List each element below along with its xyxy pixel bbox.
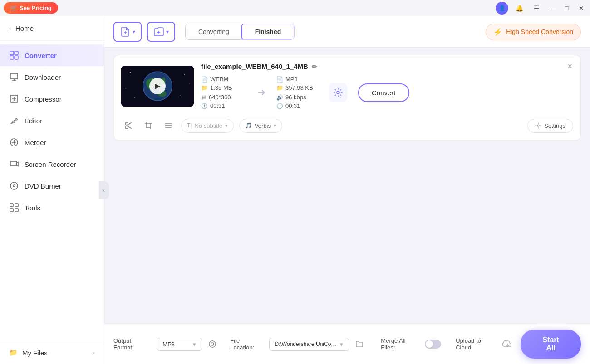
file-icon: 📄 [201,76,208,83]
target-meta-group: 📄 MP3 📁 357.93 KB 🔊 96 kbps [276,76,322,109]
sidebar-item-label: Converter [25,52,57,59]
lightning-icon: ⚡ [493,28,502,36]
titlebar: 🛒 See Pricing 👤 🔔 ☰ — □ ✕ [0,0,590,16]
minimize-button[interactable]: — [547,3,557,13]
sidebar-item-dvd-burner[interactable]: DVD Burner [0,175,104,197]
target-folder-icon: 📁 [276,85,283,91]
sidebar-item-label: Tools [25,204,40,212]
toolbar: ▾ ▾ Converting Finished ⚡ High Speed Con… [104,16,590,48]
trim-button[interactable] [121,118,136,133]
source-format-value: WEBM [210,76,228,83]
file-info: file_example_WEBM_640_1_4MB ✏ 📄 WEBM [201,63,573,109]
svg-rect-13 [10,161,17,166]
svg-point-48 [209,341,216,347]
close-button[interactable]: ✕ [576,3,586,13]
svg-point-36 [125,126,128,129]
settings-button[interactable]: Settings [527,119,573,133]
sidebar: ‹ Home Converter [0,16,104,364]
sidebar-item-label: Editor [25,117,42,125]
close-card-button[interactable]: ✕ [564,61,575,72]
sidebar-item-converter[interactable]: Converter [0,44,104,66]
audio-track-dropdown[interactable]: 🎵 Vorbis ▾ [239,119,282,133]
sidebar-item-compressor[interactable]: Compressor [0,88,104,110]
user-avatar[interactable]: 👤 [496,2,508,15]
settings-label: Settings [544,122,565,129]
edit-icon[interactable]: ✏ [312,63,317,70]
app-layout: ‹ Home Converter [0,16,590,364]
sidebar-item-editor[interactable]: Editor [0,110,104,131]
display-icon: 🖥 [201,94,206,101]
format-settings-button[interactable] [329,83,347,102]
file-name: file_example_WEBM_640_1_4MB ✏ [201,63,573,70]
svg-rect-0 [10,51,14,55]
svg-point-49 [211,343,214,345]
sidebar-item-screen-recorder[interactable]: Screen Recorder [0,153,104,175]
sidebar-nav: Converter Downloader [0,41,104,341]
source-meta-group: 📄 WEBM 📁 1.35 MB 🖥 640*360 [201,76,246,109]
cloud-upload-group: Upload to Cloud [456,337,513,351]
sidebar-item-tools[interactable]: Tools [0,197,104,218]
see-pricing-label: See Pricing [20,5,52,11]
source-format: 📄 WEBM [201,76,246,83]
target-bitrate-value: 96 kbps [285,94,306,101]
merger-icon [9,137,19,147]
home-label: Home [15,24,34,32]
svg-rect-4 [10,73,18,79]
svg-point-31 [180,95,181,96]
source-duration: 🕐 00:31 [201,102,246,109]
file-meta: 📄 WEBM 📁 1.35 MB 🖥 640*360 [201,76,573,109]
add-folder-chevron-icon: ▾ [166,29,169,35]
file-location-select[interactable]: D:\Wondershare UniConverter t ▾ [269,338,349,351]
svg-point-33 [189,83,189,84]
output-format-select[interactable]: MP3 ▾ [157,338,202,351]
svg-rect-18 [10,209,13,212]
subtitle-dropdown[interactable]: T| No subtitle ▾ [181,119,234,133]
hamburger-icon[interactable]: ☰ [530,2,543,15]
sidebar-collapse-button[interactable]: ‹ [99,181,109,199]
high-speed-label: High Speed Conversion [506,28,573,35]
file-thumbnail[interactable]: ▶ [121,66,194,107]
add-folder-button[interactable]: ▾ [147,22,175,42]
sidebar-home[interactable]: ‹ Home [0,16,104,41]
cloud-icon-button[interactable] [502,339,513,349]
start-all-button[interactable]: Start All [521,330,581,359]
scan-icon [208,340,217,349]
cart-icon: 🛒 [10,5,17,11]
screen-recorder-icon [9,159,19,169]
source-size-value: 1.35 MB [210,84,232,91]
merge-toggle[interactable] [425,340,441,349]
play-button[interactable]: ▶ [149,78,166,94]
high-speed-button[interactable]: ⚡ High Speed Conversion [486,24,581,40]
bottom-bar: Output Format: MP3 ▾ File Location: [104,324,590,364]
browse-folder-button[interactable] [353,337,366,351]
sidebar-item-merger[interactable]: Merger [0,131,104,153]
target-duration: 🕐 00:31 [276,102,322,109]
add-file-icon [120,26,131,37]
see-pricing-button[interactable]: 🛒 See Pricing [4,2,58,14]
subtitle-chevron-icon: ▾ [225,123,228,129]
sidebar-my-files[interactable]: 📁 My Files › [0,341,104,364]
tab-converting[interactable]: Converting [186,24,242,39]
tab-finished[interactable]: Finished [241,24,295,40]
scan-button[interactable] [206,337,219,351]
file-card-bottom: T| No subtitle ▾ 🎵 Vorbis ▾ [121,115,573,133]
toggle-knob [426,340,433,348]
sidebar-item-label: DVD Burner [25,182,61,190]
effects-button[interactable] [161,118,176,133]
file-location-group: File Location: D:\Wondershare UniConvert… [230,337,366,351]
svg-rect-3 [15,56,18,59]
folder-icon [355,340,364,348]
audio-track-value: Vorbis [255,122,271,129]
add-file-chevron-icon: ▾ [133,29,135,35]
converter-icon [9,50,19,60]
sidebar-item-downloader[interactable]: Downloader [0,66,104,88]
svg-point-28 [130,72,131,73]
maximize-button[interactable]: □ [562,3,572,13]
convert-button[interactable]: Convert [358,83,409,102]
notification-icon[interactable]: 🔔 [513,2,526,15]
target-size: 📁 357.93 KB [276,84,322,91]
target-duration-value: 00:31 [285,102,300,109]
add-file-button[interactable]: ▾ [113,22,142,42]
crop-button[interactable] [141,118,156,133]
file-area: ✕ [104,48,590,324]
